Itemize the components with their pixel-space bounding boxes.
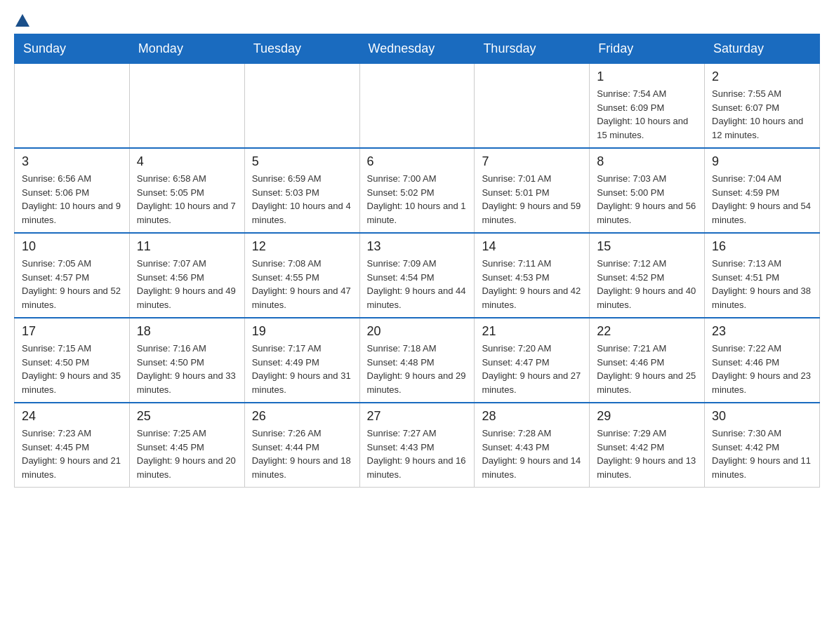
calendar-cell: 16Sunrise: 7:13 AM Sunset: 4:51 PM Dayli… — [705, 233, 820, 318]
day-number: 29 — [597, 409, 697, 424]
day-number: 14 — [482, 239, 582, 254]
day-number: 11 — [137, 239, 237, 254]
day-number: 27 — [367, 409, 468, 424]
day-info: Sunrise: 7:55 AM Sunset: 6:07 PM Dayligh… — [712, 87, 812, 142]
day-info: Sunrise: 7:03 AM Sunset: 5:00 PM Dayligh… — [597, 172, 697, 227]
day-info: Sunrise: 7:04 AM Sunset: 4:59 PM Dayligh… — [712, 172, 812, 227]
calendar-cell: 22Sunrise: 7:21 AM Sunset: 4:46 PM Dayli… — [590, 318, 705, 403]
day-number: 1 — [597, 69, 697, 84]
calendar-week-row: 10Sunrise: 7:05 AM Sunset: 4:57 PM Dayli… — [15, 233, 820, 318]
day-info: Sunrise: 7:30 AM Sunset: 4:42 PM Dayligh… — [712, 427, 812, 481]
logo — [14, 14, 31, 27]
day-info: Sunrise: 7:23 AM Sunset: 4:45 PM Dayligh… — [22, 427, 122, 481]
day-info: Sunrise: 7:54 AM Sunset: 6:09 PM Dayligh… — [597, 87, 697, 142]
day-info: Sunrise: 7:15 AM Sunset: 4:50 PM Dayligh… — [22, 342, 122, 396]
day-number: 15 — [597, 239, 697, 254]
day-info: Sunrise: 6:58 AM Sunset: 5:05 PM Dayligh… — [137, 172, 237, 227]
day-number: 16 — [712, 239, 812, 254]
calendar-cell: 6Sunrise: 7:00 AM Sunset: 5:02 PM Daylig… — [359, 148, 475, 233]
calendar-cell: 19Sunrise: 7:17 AM Sunset: 4:49 PM Dayli… — [244, 318, 359, 403]
calendar-cell — [129, 64, 244, 149]
day-info: Sunrise: 7:25 AM Sunset: 4:45 PM Dayligh… — [137, 427, 237, 481]
day-info: Sunrise: 7:07 AM Sunset: 4:56 PM Dayligh… — [137, 257, 237, 311]
weekday-header-row: SundayMondayTuesdayWednesdayThursdayFrid… — [15, 34, 820, 64]
calendar-cell: 18Sunrise: 7:16 AM Sunset: 4:50 PM Dayli… — [129, 318, 244, 403]
calendar-cell: 24Sunrise: 7:23 AM Sunset: 4:45 PM Dayli… — [15, 403, 130, 488]
calendar-cell: 7Sunrise: 7:01 AM Sunset: 5:01 PM Daylig… — [475, 148, 590, 233]
calendar-week-row: 24Sunrise: 7:23 AM Sunset: 4:45 PM Dayli… — [15, 403, 820, 488]
day-number: 26 — [252, 409, 352, 424]
calendar-cell: 3Sunrise: 6:56 AM Sunset: 5:06 PM Daylig… — [15, 148, 130, 233]
calendar-cell: 11Sunrise: 7:07 AM Sunset: 4:56 PM Dayli… — [129, 233, 244, 318]
weekday-header-monday: Monday — [129, 34, 244, 64]
day-number: 19 — [252, 324, 352, 339]
calendar-cell: 25Sunrise: 7:25 AM Sunset: 4:45 PM Dayli… — [129, 403, 244, 488]
day-info: Sunrise: 7:18 AM Sunset: 4:48 PM Dayligh… — [367, 342, 468, 396]
calendar-cell: 12Sunrise: 7:08 AM Sunset: 4:55 PM Dayli… — [244, 233, 359, 318]
day-number: 18 — [137, 324, 237, 339]
day-number: 25 — [137, 409, 237, 424]
calendar-cell — [244, 64, 359, 149]
calendar-cell — [15, 64, 130, 149]
day-info: Sunrise: 6:56 AM Sunset: 5:06 PM Dayligh… — [22, 172, 122, 227]
day-number: 2 — [712, 69, 812, 84]
weekday-header-friday: Friday — [590, 34, 705, 64]
day-info: Sunrise: 6:59 AM Sunset: 5:03 PM Dayligh… — [252, 172, 352, 227]
weekday-header-wednesday: Wednesday — [359, 34, 475, 64]
calendar-cell: 4Sunrise: 6:58 AM Sunset: 5:05 PM Daylig… — [129, 148, 244, 233]
weekday-header-saturday: Saturday — [705, 34, 820, 64]
day-number: 24 — [22, 409, 122, 424]
day-number: 17 — [22, 324, 122, 339]
day-number: 13 — [367, 239, 468, 254]
calendar-cell: 26Sunrise: 7:26 AM Sunset: 4:44 PM Dayli… — [244, 403, 359, 488]
calendar-cell: 30Sunrise: 7:30 AM Sunset: 4:42 PM Dayli… — [705, 403, 820, 488]
calendar-cell: 21Sunrise: 7:20 AM Sunset: 4:47 PM Dayli… — [475, 318, 590, 403]
calendar-cell: 13Sunrise: 7:09 AM Sunset: 4:54 PM Dayli… — [359, 233, 475, 318]
day-info: Sunrise: 7:26 AM Sunset: 4:44 PM Dayligh… — [252, 427, 352, 481]
day-info: Sunrise: 7:00 AM Sunset: 5:02 PM Dayligh… — [367, 172, 468, 227]
day-info: Sunrise: 7:05 AM Sunset: 4:57 PM Dayligh… — [22, 257, 122, 311]
calendar-cell — [475, 64, 590, 149]
day-info: Sunrise: 7:17 AM Sunset: 4:49 PM Dayligh… — [252, 342, 352, 396]
calendar-cell: 10Sunrise: 7:05 AM Sunset: 4:57 PM Dayli… — [15, 233, 130, 318]
calendar-cell: 29Sunrise: 7:29 AM Sunset: 4:42 PM Dayli… — [590, 403, 705, 488]
day-number: 8 — [597, 154, 697, 169]
day-info: Sunrise: 7:27 AM Sunset: 4:43 PM Dayligh… — [367, 427, 468, 481]
day-number: 7 — [482, 154, 582, 169]
day-info: Sunrise: 7:29 AM Sunset: 4:42 PM Dayligh… — [597, 427, 697, 481]
header — [14, 14, 820, 27]
calendar-cell: 23Sunrise: 7:22 AM Sunset: 4:46 PM Dayli… — [705, 318, 820, 403]
calendar-cell: 28Sunrise: 7:28 AM Sunset: 4:43 PM Dayli… — [475, 403, 590, 488]
day-info: Sunrise: 7:11 AM Sunset: 4:53 PM Dayligh… — [482, 257, 582, 311]
calendar-week-row: 3Sunrise: 6:56 AM Sunset: 5:06 PM Daylig… — [15, 148, 820, 233]
day-info: Sunrise: 7:22 AM Sunset: 4:46 PM Dayligh… — [712, 342, 812, 396]
calendar-table: SundayMondayTuesdayWednesdayThursdayFrid… — [14, 34, 820, 488]
day-info: Sunrise: 7:09 AM Sunset: 4:54 PM Dayligh… — [367, 257, 468, 311]
day-number: 12 — [252, 239, 352, 254]
day-info: Sunrise: 7:12 AM Sunset: 4:52 PM Dayligh… — [597, 257, 697, 311]
day-number: 21 — [482, 324, 582, 339]
logo-triangle-icon — [15, 14, 29, 27]
day-number: 3 — [22, 154, 122, 169]
calendar-cell: 20Sunrise: 7:18 AM Sunset: 4:48 PM Dayli… — [359, 318, 475, 403]
calendar-cell: 17Sunrise: 7:15 AM Sunset: 4:50 PM Dayli… — [15, 318, 130, 403]
day-number: 30 — [712, 409, 812, 424]
day-number: 4 — [137, 154, 237, 169]
day-info: Sunrise: 7:20 AM Sunset: 4:47 PM Dayligh… — [482, 342, 582, 396]
day-number: 28 — [482, 409, 582, 424]
day-info: Sunrise: 7:08 AM Sunset: 4:55 PM Dayligh… — [252, 257, 352, 311]
weekday-header-sunday: Sunday — [15, 34, 130, 64]
calendar-cell: 27Sunrise: 7:27 AM Sunset: 4:43 PM Dayli… — [359, 403, 475, 488]
day-info: Sunrise: 7:13 AM Sunset: 4:51 PM Dayligh… — [712, 257, 812, 311]
weekday-header-tuesday: Tuesday — [244, 34, 359, 64]
calendar-cell: 15Sunrise: 7:12 AM Sunset: 4:52 PM Dayli… — [590, 233, 705, 318]
calendar-cell: 8Sunrise: 7:03 AM Sunset: 5:00 PM Daylig… — [590, 148, 705, 233]
calendar-cell: 5Sunrise: 6:59 AM Sunset: 5:03 PM Daylig… — [244, 148, 359, 233]
day-info: Sunrise: 7:16 AM Sunset: 4:50 PM Dayligh… — [137, 342, 237, 396]
calendar-cell: 14Sunrise: 7:11 AM Sunset: 4:53 PM Dayli… — [475, 233, 590, 318]
calendar-week-row: 17Sunrise: 7:15 AM Sunset: 4:50 PM Dayli… — [15, 318, 820, 403]
weekday-header-thursday: Thursday — [475, 34, 590, 64]
day-info: Sunrise: 7:28 AM Sunset: 4:43 PM Dayligh… — [482, 427, 582, 481]
day-info: Sunrise: 7:01 AM Sunset: 5:01 PM Dayligh… — [482, 172, 582, 227]
calendar-cell — [359, 64, 475, 149]
